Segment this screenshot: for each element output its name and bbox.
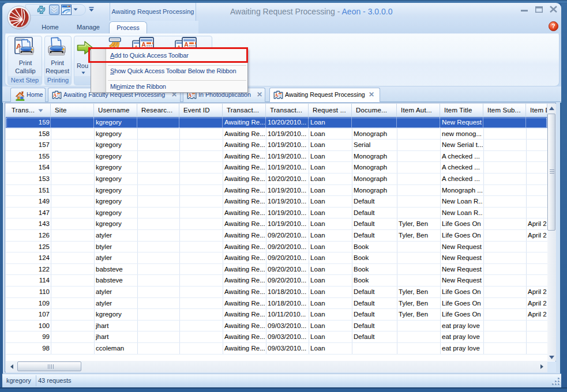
svg-text:A: A bbox=[275, 92, 279, 98]
svg-text:?: ? bbox=[551, 22, 555, 29]
svg-text:A: A bbox=[188, 92, 192, 98]
svg-text:A: A bbox=[53, 92, 57, 98]
